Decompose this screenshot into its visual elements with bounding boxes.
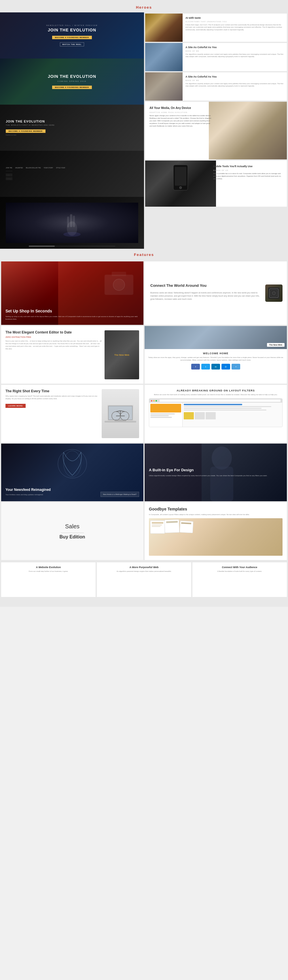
goodbye-card: Goodbye Templates In Composite, all cont… — [145, 503, 287, 560]
colorful-text-1: Our algorithms expertly analyze your con… — [185, 53, 284, 58]
welcome-title: WELCOME HOME — [147, 352, 284, 355]
main-blocks — [184, 412, 282, 419]
browser-dot-red — [151, 400, 152, 401]
sales-label: Sales — [65, 523, 79, 530]
bottom-card-3: Connect With Your Audience A flexible fo… — [192, 562, 287, 597]
media-card-img — [209, 102, 287, 159]
main-bar-4 — [184, 410, 267, 410]
mobile-subtitle: RANGE OF US — [213, 169, 283, 171]
sidebar-yellow-bar — [150, 404, 181, 412]
svg-point-29 — [212, 447, 232, 469]
hero3-link[interactable]: Explore our best — [6, 134, 16, 136]
hero4-nav: JOIN THE UNLIMITED BILLION DOLLAR THE YO… — [6, 167, 65, 169]
colorful-card-1: A Site As Colorful As You MAKE OF ME Our… — [145, 43, 287, 71]
welcome-bottom: WELCOME HOME Today what are more the app… — [145, 349, 287, 383]
nav-item-5[interactable]: STYLE YOUR — [56, 167, 65, 169]
svg-rect-32 — [152, 522, 163, 524]
sales-divider — [61, 533, 84, 533]
browser-dot-green — [155, 400, 157, 401]
colorful-title-2: A Site As Colorful As You — [185, 75, 284, 78]
welcome-top-img: The New Web — [145, 326, 287, 349]
breaking-subtitle: Before we cover the hard work of making … — [149, 393, 283, 396]
block-gray-2 — [206, 412, 216, 419]
colorful-img-2 — [145, 72, 183, 100]
ai-taste-content: AI with taste ALGORITHMS THAT UNDERSTAND… — [183, 14, 287, 42]
editor-subtitle: ZERO DISTRACTION FREE — [5, 336, 102, 338]
browser-main — [183, 402, 283, 427]
plus-icon: + — [231, 364, 240, 369]
right-shot-btn[interactable]: LEARN MORE — [5, 404, 25, 408]
welcome-overlay-text: The New Web — [269, 344, 282, 346]
features-grid: Set Up Shop In Seconds Setting up shop i… — [0, 260, 288, 561]
features-section-header: Features — [134, 253, 154, 257]
bottom-card-1: A Website Evolution From our small step … — [1, 562, 96, 597]
colorful-content-2: A Site As Colorful As You MAKE OF ME Our… — [183, 72, 287, 100]
svg-point-4 — [63, 232, 81, 237]
hero1-secondary-btn[interactable]: WATCH THE REEL — [60, 42, 84, 46]
svg-rect-6 — [175, 167, 186, 186]
browser-bar — [149, 399, 282, 402]
goodbye-title: Goodbye Templates — [149, 507, 283, 512]
connect-world-content: Connect The World Around You Business ca… — [150, 283, 281, 303]
block-yellow — [184, 412, 194, 419]
main-bar-1 — [184, 404, 242, 405]
media-title: All Your Media, On Any Device — [149, 106, 212, 110]
right-shot-card: The Right Shot Every Time Why waste time… — [1, 385, 143, 442]
svg-rect-3 — [67, 216, 69, 228]
bottom-card-text-3: A flexible foundation of tools built for… — [196, 570, 283, 573]
hero2-title: JOIN THE EVOLUTION — [48, 74, 96, 79]
colorful-card-2: A Site As Colorful As You MAKE OF ME Our… — [145, 72, 287, 100]
hero1-subtitle: NEWSLETTER FALL / WINTER PREVIEW — [46, 24, 98, 26]
bottom-card-title-1: A Website Evolution — [5, 566, 92, 569]
browser-url-bar — [160, 399, 280, 402]
ai-taste-card: AI with taste ALGORITHMS THAT UNDERSTAND… — [145, 14, 287, 42]
main-bar-2 — [184, 406, 272, 407]
hero3-primary-btn[interactable]: BECOME A FOUNDING MEMBER — [6, 129, 46, 133]
nav-item-1[interactable]: JOIN THE — [6, 167, 13, 169]
eye-design-card: A Built-in Eye For Design Utilize algori… — [145, 444, 287, 501]
sales-card: Sales Buy Edition — [1, 503, 143, 560]
service-icons: f t in D + — [147, 364, 284, 369]
welcome-home-card: The New Web WELCOME HOME Today what are … — [145, 326, 287, 383]
bottom-card-title-3: Connect With Your Audience — [196, 566, 283, 569]
welcome-text: Today what are more the apps, they grow,… — [147, 356, 284, 361]
svg-rect-33 — [152, 525, 162, 525]
hand-svg — [60, 208, 84, 237]
colorful-text-2: Our algorithms expertly analyze your con… — [185, 83, 284, 88]
hero1-primary-btn[interactable]: BECOME A FOUNDING MEMBER — [52, 36, 92, 39]
newsfeed-card: Your Newsfeed Reimagined Your limitless … — [1, 444, 143, 501]
newsfeed-bubble: New Article or a Bellringer Waiting to R… — [101, 492, 139, 497]
hero5-player — [0, 246, 144, 247]
camera-svg — [99, 261, 139, 301]
nav-item-4[interactable]: YOUR STORY — [44, 167, 53, 169]
heroes-left-column: NEWSLETTER FALL / WINTER PREVIEW JOIN TH… — [0, 13, 144, 249]
bottom-card-text-2: An algorithm-powered design engine that … — [100, 570, 188, 573]
connect-world-icon — [265, 285, 283, 302]
setup-shop-text: Setting up shop is only sold with each o… — [5, 315, 139, 321]
hero3-title: JOIN THE EVOLUTION — [6, 119, 45, 123]
hero2-primary-btn[interactable]: BECOME A FOUNDING MEMBER — [52, 86, 92, 89]
facebook-icon: f — [191, 364, 200, 369]
phone-svg — [172, 164, 189, 192]
heroes-section-header: Heroes — [0, 0, 288, 13]
mobile-card: Mobile Tools You'll Actually Use RANGE O… — [145, 161, 287, 207]
nav-item-3[interactable]: BILLION DOLLAR THE — [26, 167, 41, 169]
svg-rect-2 — [73, 216, 75, 227]
nav-item-2[interactable]: UNLIMITED — [15, 167, 23, 169]
breaking-ground-card: ALREADY BREAKING GROUND ON LAYOUT FILTER… — [145, 385, 287, 442]
linkedin-icon: in — [211, 364, 220, 369]
svg-rect-34 — [152, 526, 160, 527]
buy-edition-label: Buy Edition — [60, 535, 85, 539]
eye-title: A Built-in Eye For Design — [149, 468, 283, 473]
bottom-card-title-2: A More Purposeful Web — [100, 566, 188, 569]
hero3-subtitle: THE WORLD'S FIRST AI WEBSITES ARE HERE — [6, 124, 55, 126]
svg-rect-26 — [115, 420, 126, 422]
twitter-icon: t — [201, 364, 210, 369]
svg-rect-10 — [112, 272, 126, 276]
setup-shop-content: Set Up Shop In Seconds Setting up shop i… — [1, 304, 143, 325]
hero-panel-4: JOIN THE UNLIMITED BILLION DOLLAR THE YO… — [0, 151, 144, 197]
media-text: Never again change your content to fit o… — [149, 115, 212, 127]
media-subtitle: ADAPTIVE HOME PAGE EVOLUTION — [149, 111, 212, 113]
svg-rect-1 — [70, 214, 72, 227]
content-block-1: · · · — [6, 173, 13, 177]
